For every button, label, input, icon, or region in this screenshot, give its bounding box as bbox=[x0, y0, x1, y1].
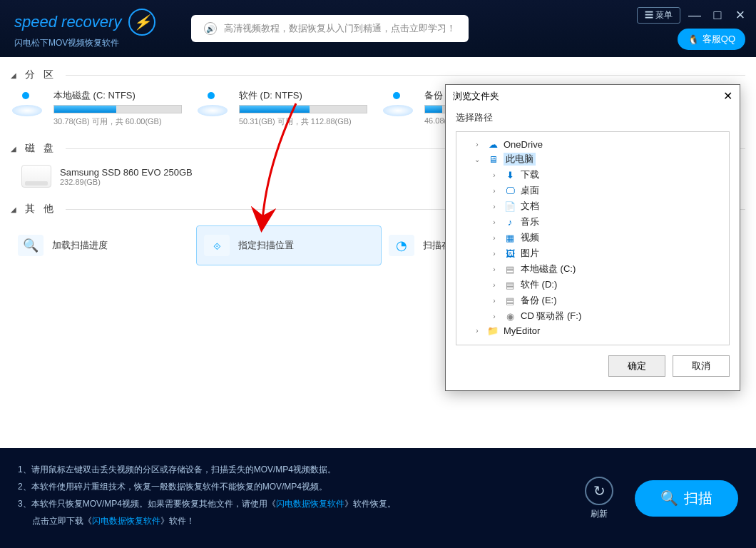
tree-music[interactable]: ›♪音乐 bbox=[459, 214, 726, 230]
tree-myeditor[interactable]: ›📁MyEditor bbox=[459, 324, 726, 338]
maximize-button[interactable]: □ bbox=[709, 8, 726, 23]
ssd-icon bbox=[21, 165, 51, 188]
tree-drive-c[interactable]: ›▤本地磁盘 (C:) bbox=[459, 261, 726, 277]
tree-drive-e[interactable]: ›▤备份 (E:) bbox=[459, 293, 726, 308]
tree-drive-f[interactable]: ›◉CD 驱动器 (F:) bbox=[459, 308, 726, 324]
document-icon: 📄 bbox=[504, 201, 516, 212]
browse-folder-dialog: 浏览文件夹 ✕ 选择路径 ›☁OneDrive ⌄🖥此电脑 ›⬇下载 ›🖵桌面 … bbox=[445, 84, 740, 391]
specify-scan-location[interactable]: ⟐ 指定扫描位置 bbox=[196, 225, 382, 265]
video-icon: ▦ bbox=[504, 233, 516, 243]
picture-icon: 🖼 bbox=[504, 248, 516, 259]
footer: 1、请用鼠标左键双击丢失视频的分区或存储设备，扫描丢失的MOV/MP4视频数据。… bbox=[0, 448, 756, 548]
folder-icon: 📁 bbox=[486, 325, 499, 336]
target-icon: ⟐ bbox=[204, 235, 230, 256]
recovery-software-link[interactable]: 闪电数据恢复软件 bbox=[276, 499, 344, 509]
scan-button[interactable]: 🔍 扫描 bbox=[635, 480, 738, 517]
folder-tree[interactable]: ›☁OneDrive ⌄🖥此电脑 ›⬇下载 ›🖵桌面 ›📄文档 ›♪音乐 ›▦视… bbox=[456, 131, 730, 345]
download-icon: ⬇ bbox=[504, 170, 516, 181]
hdd-icon: ▤ bbox=[504, 280, 516, 290]
tree-onedrive[interactable]: ›☁OneDrive bbox=[459, 138, 726, 151]
drive-c[interactable]: 本地磁盘 (C: NTFS) 30.78(GB) 可用，共 60.00(GB) bbox=[11, 89, 196, 127]
hdd-icon: ▤ bbox=[504, 264, 516, 275]
tips-text: 1、请用鼠标左键双击丢失视频的分区或存储设备，扫描丢失的MOV/MP4视频数据。… bbox=[18, 461, 396, 535]
menu-button[interactable]: ☰ 菜单 bbox=[637, 7, 680, 24]
minimize-button[interactable]: — bbox=[686, 8, 703, 23]
refresh-icon: ↻ bbox=[585, 477, 613, 505]
speaker-icon: 🔊 bbox=[204, 22, 217, 35]
partition-section-header[interactable]: ◢ 分 区 bbox=[0, 64, 756, 86]
dialog-hint: 选择路径 bbox=[446, 107, 740, 131]
drive-d[interactable]: 软件 (D: NTFS) 50.31(GB) 可用，共 112.88(GB) bbox=[196, 89, 382, 127]
drive-icon bbox=[382, 89, 416, 118]
magnify-icon: 🔍 bbox=[660, 489, 678, 507]
qq-support-button[interactable]: 🐧 客服QQ bbox=[678, 29, 745, 50]
tree-this-pc[interactable]: ⌄🖥此电脑 bbox=[459, 151, 726, 167]
tree-videos[interactable]: ›▦视频 bbox=[459, 230, 726, 245]
close-button[interactable]: × bbox=[732, 6, 749, 24]
footer-actions: ↻ 刷新 🔍 扫描 bbox=[585, 461, 738, 535]
load-scan-progress[interactable]: 🔍 加载扫描进度 bbox=[11, 225, 196, 265]
refresh-button[interactable]: ↻ 刷新 bbox=[585, 477, 613, 520]
desktop-icon: 🖵 bbox=[504, 186, 516, 196]
logo-text: speed recovery ⚡ bbox=[14, 9, 155, 36]
drive-icon bbox=[11, 89, 45, 118]
music-icon: ♪ bbox=[504, 217, 516, 228]
search-icon: 🔍 bbox=[18, 235, 44, 256]
dialog-buttons: 确定 取消 bbox=[446, 345, 740, 387]
hdd-icon: ▤ bbox=[504, 295, 516, 306]
collapse-icon: ◢ bbox=[11, 145, 19, 153]
qq-icon: 🐧 bbox=[688, 34, 699, 45]
drive-icon bbox=[196, 89, 230, 118]
dialog-titlebar: 浏览文件夹 ✕ bbox=[446, 85, 740, 107]
collapse-icon: ◢ bbox=[11, 71, 19, 79]
window-controls: ☰ 菜单 — □ × bbox=[637, 6, 749, 24]
tree-downloads[interactable]: ›⬇下载 bbox=[459, 167, 726, 183]
tree-pictures[interactable]: ›🖼图片 bbox=[459, 245, 726, 261]
lightning-icon: ⚡ bbox=[128, 9, 155, 36]
download-link[interactable]: 闪电数据恢复软件 bbox=[92, 516, 160, 526]
logo-title: speed recovery bbox=[14, 13, 121, 31]
cd-icon: ◉ bbox=[504, 311, 516, 322]
tree-documents[interactable]: ›📄文档 bbox=[459, 198, 726, 214]
ok-button[interactable]: 确定 bbox=[608, 355, 665, 377]
tree-drive-d[interactable]: ›▤软件 (D:) bbox=[459, 277, 726, 293]
logo-area: speed recovery ⚡ 闪电松下MOV视频恢复软件 bbox=[14, 9, 155, 49]
logo-subtitle: 闪电松下MOV视频恢复软件 bbox=[14, 37, 155, 49]
dialog-close-button[interactable]: ✕ bbox=[723, 89, 732, 103]
cancel-button[interactable]: 取消 bbox=[673, 355, 730, 377]
app-header: speed recovery ⚡ 闪电松下MOV视频恢复软件 🔊 高清视频教程，… bbox=[0, 0, 756, 57]
cloud-icon: ☁ bbox=[486, 139, 499, 150]
tree-desktop[interactable]: ›🖵桌面 bbox=[459, 183, 726, 198]
tutorial-banner[interactable]: 🔊 高清视频教程，数据恢复从入门到精通，点击立即学习！ bbox=[191, 15, 469, 42]
collapse-icon: ◢ bbox=[11, 206, 19, 213]
tutorial-text: 高清视频教程，数据恢复从入门到精通，点击立即学习！ bbox=[224, 22, 456, 35]
pie-icon: ◔ bbox=[389, 235, 414, 256]
pc-icon: 🖥 bbox=[486, 154, 499, 165]
